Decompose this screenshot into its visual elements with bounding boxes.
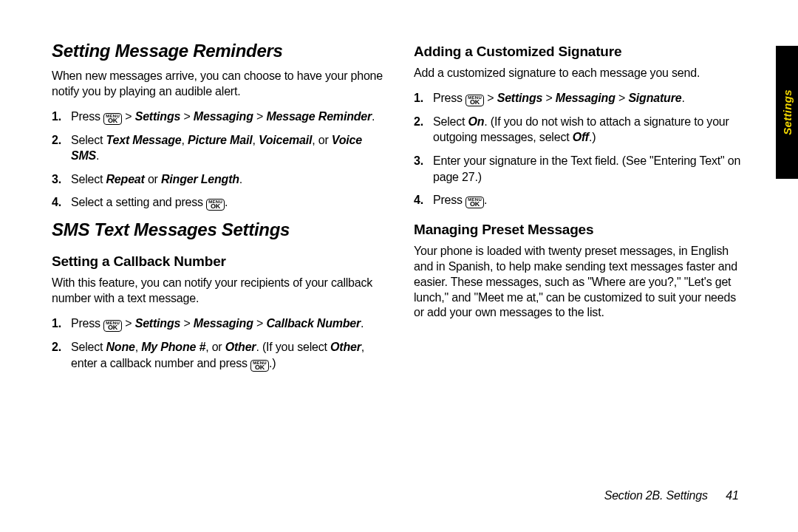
text: > xyxy=(122,317,135,330)
text: > xyxy=(542,92,556,104)
text: . xyxy=(225,196,228,208)
paragraph-reminders-intro: When new messages arrive, you can choose… xyxy=(52,69,384,100)
text: Press xyxy=(71,110,103,123)
text: > xyxy=(122,110,135,123)
steps-message-reminders: Press MENUOK > Settings > Messaging > Me… xyxy=(52,109,384,211)
footer-page-number: 41 xyxy=(726,489,739,502)
text: Press xyxy=(433,92,466,104)
text: . (If you select xyxy=(256,341,330,353)
text: > xyxy=(253,317,267,330)
text: or xyxy=(145,173,161,185)
text: . xyxy=(484,194,487,206)
option: None xyxy=(106,341,135,353)
text: . xyxy=(681,92,684,104)
menu-ok-button-icon: MENUOK xyxy=(466,95,484,106)
step: Select a setting and press MENUOK. xyxy=(52,194,384,211)
nav-item: Callback Number xyxy=(266,317,361,330)
option: Off xyxy=(573,131,589,143)
text: . xyxy=(372,110,375,123)
text: .) xyxy=(269,357,276,369)
side-tab: Settings xyxy=(776,46,798,179)
step: Press MENUOK > Settings > Messaging > Me… xyxy=(52,109,384,125)
menu-ok-button-icon: MENUOK xyxy=(103,113,122,125)
two-column-layout: Setting Message Reminders When new messa… xyxy=(52,41,746,381)
step: Press MENUOK. xyxy=(414,192,746,208)
step: Press MENUOK > Settings > Messaging > Ca… xyxy=(52,316,384,332)
nav-item: Signature xyxy=(628,92,681,104)
text: Select xyxy=(71,341,106,353)
steps-callback-number: Press MENUOK > Settings > Messaging > Ca… xyxy=(52,316,384,372)
steps-signature: Press MENUOK > Settings > Messaging > Si… xyxy=(414,90,746,208)
text: . xyxy=(96,149,99,162)
text: , xyxy=(252,134,259,146)
subheading-preset-messages: Managing Preset Messages xyxy=(414,222,746,238)
option: My Phone # xyxy=(141,341,205,353)
text: > xyxy=(180,110,194,123)
right-column: Adding a Customized Signature Add a cust… xyxy=(414,41,746,381)
text: Select xyxy=(71,134,106,146)
heading-message-reminders: Setting Message Reminders xyxy=(52,41,384,61)
text: > xyxy=(615,92,629,104)
text: Press xyxy=(433,194,466,206)
step: Select On. (If you do not wish to attach… xyxy=(414,114,746,146)
nav-item: Settings xyxy=(497,92,543,104)
nav-item: Messaging xyxy=(194,110,253,123)
subheading-callback-number: Setting a Callback Number xyxy=(52,253,384,270)
nav-item: Messaging xyxy=(556,92,615,104)
text: > xyxy=(180,317,194,330)
nav-item: Message Reminder xyxy=(266,110,372,123)
paragraph-callback-intro: With this feature, you can notify your r… xyxy=(52,276,384,307)
option: Ringer Length xyxy=(161,173,239,185)
text: , or xyxy=(205,341,225,353)
nav-item: Settings xyxy=(135,317,181,330)
text: Select a setting and press xyxy=(71,196,206,208)
menu-ok-button-icon: MENUOK xyxy=(103,320,122,332)
text: Press xyxy=(71,317,103,330)
step: Press MENUOK > Settings > Messaging > Si… xyxy=(414,90,746,106)
menu-ok-button-icon: MENUOK xyxy=(250,360,269,372)
step: Select Repeat or Ringer Length. xyxy=(52,171,384,188)
text: > xyxy=(253,110,267,123)
text: . xyxy=(239,173,242,185)
option: On xyxy=(468,115,485,128)
subheading-signature: Adding a Customized Signature xyxy=(414,44,746,60)
manual-page: Settings Setting Message Reminders When … xyxy=(0,0,798,532)
footer-section: Section 2B. Settings xyxy=(604,489,708,502)
nav-item: Messaging xyxy=(194,317,253,330)
option: Voicemail xyxy=(259,134,312,146)
menu-ok-button-icon: MENUOK xyxy=(466,197,484,208)
text: , xyxy=(181,134,188,146)
text: Select xyxy=(433,115,468,128)
text: Select xyxy=(71,173,106,185)
option: Other xyxy=(225,341,256,353)
text: > xyxy=(484,92,497,104)
step: Select Text Message, Picture Mail, Voice… xyxy=(52,132,384,164)
option: Other xyxy=(330,341,361,353)
menu-ok-button-icon: MENUOK xyxy=(206,199,225,211)
option: Picture Mail xyxy=(188,134,252,146)
page-footer: Section 2B. Settings 41 xyxy=(604,489,739,502)
step: Select None, My Phone #, or Other. (If y… xyxy=(52,339,384,372)
left-column: Setting Message Reminders When new messa… xyxy=(52,41,384,381)
side-tab-label: Settings xyxy=(781,89,794,135)
option: Repeat xyxy=(106,173,145,185)
option: Text Message xyxy=(106,134,182,146)
paragraph-signature-intro: Add a customized signature to each messa… xyxy=(414,66,746,81)
nav-item: Settings xyxy=(135,110,181,123)
text: Enter your signature in the Text field. … xyxy=(433,154,740,183)
heading-sms-settings: SMS Text Messages Settings xyxy=(52,219,384,240)
text: , or xyxy=(312,134,332,146)
text: . xyxy=(361,317,364,330)
text: , xyxy=(135,341,142,353)
paragraph-preset-intro: Your phone is loaded with twenty preset … xyxy=(414,244,746,321)
step: Enter your signature in the Text field. … xyxy=(414,153,746,185)
text: .) xyxy=(589,131,596,143)
